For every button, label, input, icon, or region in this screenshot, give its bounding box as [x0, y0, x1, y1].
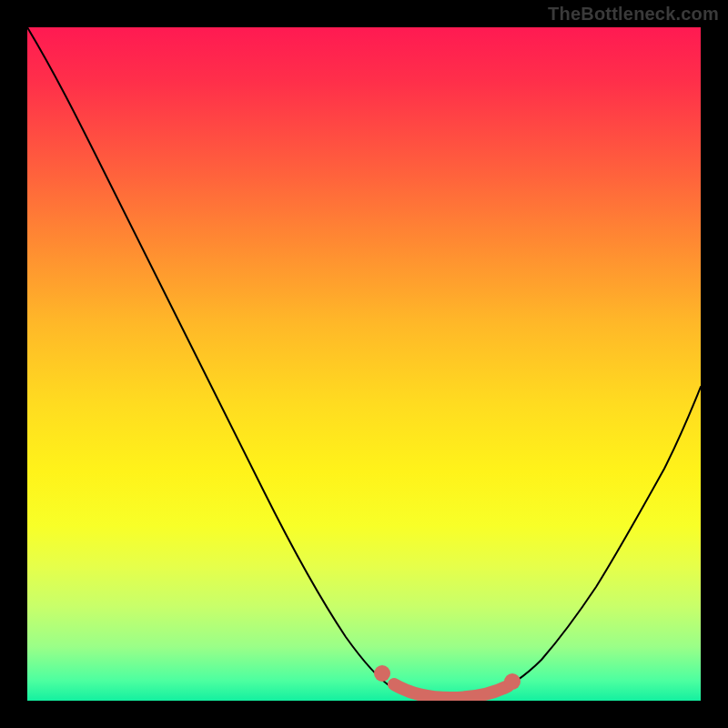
chart-canvas: TheBottleneck.com	[0, 0, 728, 728]
bottleneck-curve	[27, 27, 701, 699]
watermark-text: TheBottleneck.com	[548, 4, 719, 25]
optimal-range-marker	[394, 684, 508, 698]
marker-dot-right	[504, 673, 521, 690]
chart-svg	[27, 27, 701, 701]
marker-dot-left	[374, 665, 390, 682]
plot-area	[27, 27, 701, 701]
